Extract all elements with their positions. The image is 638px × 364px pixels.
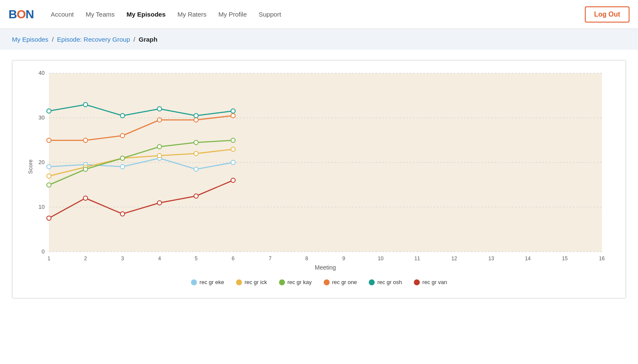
chart-legend: rec gr eke rec gr ick rec gr kay rec gr … bbox=[21, 279, 617, 285]
breadcrumb-sep-2: / bbox=[134, 36, 135, 43]
breadcrumb-current: Graph bbox=[139, 36, 157, 43]
svg-text:14: 14 bbox=[525, 256, 531, 262]
breadcrumb-bar: My Episodes / Episode: Recovery Group / … bbox=[0, 29, 638, 50]
nav-my-profile[interactable]: My Profile bbox=[219, 9, 247, 20]
breadcrumb-sep-1: / bbox=[52, 36, 54, 43]
svg-text:9: 9 bbox=[342, 256, 345, 262]
legend-dot-osh bbox=[369, 279, 375, 285]
main-nav: Account My Teams My Episodes My Raters M… bbox=[51, 9, 584, 20]
svg-point-51 bbox=[194, 118, 198, 122]
svg-point-54 bbox=[83, 102, 88, 107]
svg-text:13: 13 bbox=[488, 256, 494, 262]
svg-point-50 bbox=[157, 118, 162, 122]
svg-text:40: 40 bbox=[39, 70, 45, 76]
chart-container: 40 30 20 10 0 Score 1 2 3 4 5 6 7 bbox=[12, 60, 626, 299]
nav-my-episodes[interactable]: My Episodes bbox=[127, 9, 166, 20]
breadcrumb-my-episodes[interactable]: My Episodes bbox=[12, 36, 48, 43]
svg-point-57 bbox=[194, 114, 198, 118]
legend-rec-gr-one: rec gr one bbox=[324, 279, 357, 285]
chart-area: 40 30 20 10 0 Score 1 2 3 4 5 6 7 bbox=[21, 69, 617, 273]
svg-point-39 bbox=[194, 151, 198, 156]
svg-point-46 bbox=[231, 138, 235, 142]
legend-label-eke: rec gr eke bbox=[199, 279, 224, 285]
main-header: BON Account My Teams My Episodes My Rate… bbox=[0, 0, 638, 29]
nav-support[interactable]: Support bbox=[259, 9, 281, 20]
svg-text:2: 2 bbox=[84, 256, 87, 262]
svg-point-38 bbox=[157, 154, 162, 158]
svg-point-48 bbox=[83, 138, 88, 142]
svg-text:16: 16 bbox=[599, 256, 605, 262]
svg-text:1: 1 bbox=[48, 256, 51, 262]
svg-point-53 bbox=[47, 109, 51, 113]
svg-text:12: 12 bbox=[451, 256, 457, 262]
svg-text:20: 20 bbox=[39, 159, 45, 165]
svg-text:10: 10 bbox=[39, 204, 45, 210]
nav-my-raters[interactable]: My Raters bbox=[177, 9, 206, 20]
svg-text:7: 7 bbox=[269, 256, 272, 262]
legend-rec-gr-eke: rec gr eke bbox=[191, 279, 224, 285]
svg-point-62 bbox=[157, 201, 162, 205]
logo: BON bbox=[9, 8, 34, 21]
svg-point-35 bbox=[47, 174, 51, 178]
svg-text:11: 11 bbox=[414, 256, 420, 262]
svg-point-55 bbox=[120, 114, 125, 118]
legend-dot-eke bbox=[191, 279, 197, 285]
svg-point-60 bbox=[83, 196, 88, 200]
legend-label-osh: rec gr osh bbox=[377, 279, 402, 285]
svg-point-43 bbox=[120, 156, 125, 160]
svg-point-45 bbox=[194, 140, 198, 145]
svg-point-64 bbox=[231, 178, 235, 182]
svg-point-29 bbox=[47, 165, 51, 169]
legend-label-one: rec gr one bbox=[332, 279, 357, 285]
legend-rec-gr-osh: rec gr osh bbox=[369, 279, 402, 285]
legend-rec-gr-van: rec gr van bbox=[414, 279, 447, 285]
nav-my-teams[interactable]: My Teams bbox=[85, 9, 114, 20]
svg-text:4: 4 bbox=[158, 256, 161, 262]
svg-text:10: 10 bbox=[378, 256, 384, 262]
svg-point-63 bbox=[194, 194, 198, 198]
legend-dot-van bbox=[414, 279, 420, 285]
svg-point-40 bbox=[231, 147, 235, 151]
nav-account[interactable]: Account bbox=[51, 9, 74, 20]
svg-text:Meeting: Meeting bbox=[315, 264, 336, 271]
legend-label-kay: rec gr kay bbox=[288, 279, 312, 285]
svg-point-61 bbox=[120, 212, 125, 216]
svg-point-42 bbox=[83, 167, 88, 171]
breadcrumb: My Episodes / Episode: Recovery Group / … bbox=[12, 36, 626, 43]
line-chart: 40 30 20 10 0 Score 1 2 3 4 5 6 7 bbox=[21, 69, 617, 273]
svg-point-52 bbox=[231, 114, 235, 118]
svg-text:3: 3 bbox=[121, 256, 124, 262]
svg-text:30: 30 bbox=[39, 114, 45, 121]
svg-point-56 bbox=[157, 107, 162, 111]
logout-button[interactable]: Log Out bbox=[585, 6, 629, 23]
svg-text:5: 5 bbox=[195, 256, 198, 262]
legend-label-van: rec gr van bbox=[422, 279, 447, 285]
breadcrumb-episode-recovery-group[interactable]: Episode: Recovery Group bbox=[57, 36, 130, 43]
main-content: 40 30 20 10 0 Score 1 2 3 4 5 6 7 bbox=[0, 50, 638, 309]
svg-point-44 bbox=[157, 145, 162, 149]
svg-text:0: 0 bbox=[42, 248, 45, 255]
svg-point-47 bbox=[47, 138, 51, 142]
legend-dot-kay bbox=[279, 279, 285, 285]
legend-dot-one bbox=[324, 279, 330, 285]
legend-label-ick: rec gr ick bbox=[245, 279, 267, 285]
svg-point-49 bbox=[120, 134, 125, 138]
svg-point-34 bbox=[231, 160, 235, 165]
svg-point-31 bbox=[120, 165, 125, 169]
svg-point-33 bbox=[194, 167, 198, 171]
svg-text:6: 6 bbox=[232, 256, 235, 262]
svg-text:Score: Score bbox=[27, 159, 34, 174]
legend-rec-gr-kay: rec gr kay bbox=[279, 279, 312, 285]
svg-point-41 bbox=[47, 183, 51, 187]
svg-text:8: 8 bbox=[305, 256, 308, 262]
legend-rec-gr-ick: rec gr ick bbox=[236, 279, 267, 285]
svg-point-59 bbox=[47, 216, 51, 220]
svg-point-58 bbox=[231, 109, 235, 113]
legend-dot-ick bbox=[236, 279, 242, 285]
svg-text:15: 15 bbox=[562, 256, 568, 262]
